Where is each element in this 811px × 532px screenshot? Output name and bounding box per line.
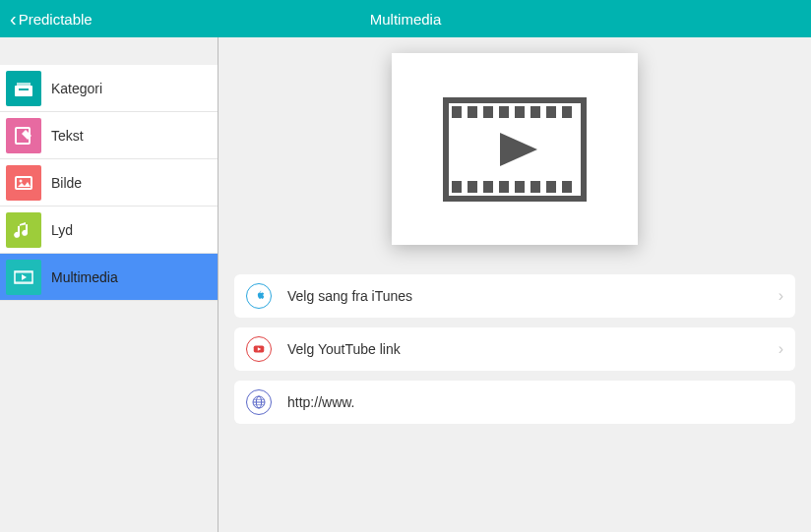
chevron-right-icon: › (779, 340, 783, 358)
svg-point-5 (20, 179, 23, 182)
sidebar-item-label: Bilde (51, 175, 82, 191)
sidebar-item-kategori[interactable]: Kategori (0, 65, 218, 112)
film-play-icon (441, 95, 589, 204)
page-title: Multimedia (370, 11, 442, 28)
svg-rect-2 (19, 89, 29, 90)
svg-rect-13 (499, 106, 509, 118)
back-label: Predictable (19, 11, 93, 28)
svg-rect-25 (562, 181, 572, 193)
main-content: Velg sang fra iTunes › Velg YoutTube lin… (218, 37, 811, 532)
svg-rect-22 (515, 181, 525, 193)
svg-rect-1 (17, 83, 31, 86)
text-icon (6, 118, 41, 153)
sound-icon (6, 212, 41, 248)
sidebar-item-tekst[interactable]: Tekst (0, 112, 218, 159)
svg-rect-19 (468, 181, 477, 193)
sidebar-item-label: Lyd (51, 222, 73, 238)
svg-rect-23 (530, 181, 540, 193)
sidebar-item-bilde[interactable]: Bilde (0, 159, 218, 207)
globe-icon (246, 389, 272, 415)
category-icon (6, 71, 41, 106)
sidebar-item-lyd[interactable]: Lyd (0, 207, 218, 254)
svg-rect-18 (452, 181, 462, 193)
option-list: Velg sang fra iTunes › Velg YoutTube lin… (234, 274, 795, 424)
content-container: Kategori Tekst Bilde Lyd Multimedia (0, 37, 811, 532)
option-itunes[interactable]: Velg sang fra iTunes › (234, 274, 795, 318)
svg-rect-21 (499, 181, 509, 193)
back-button[interactable]: ‹ Predictable (0, 9, 102, 29)
svg-rect-14 (515, 106, 525, 118)
option-label: Velg sang fra iTunes (287, 288, 779, 304)
svg-rect-7 (15, 271, 32, 273)
svg-rect-10 (452, 106, 462, 118)
sidebar-item-multimedia[interactable]: Multimedia (0, 254, 218, 301)
url-input[interactable] (287, 394, 783, 410)
itunes-icon (246, 283, 272, 309)
option-url[interactable] (234, 381, 795, 424)
sidebar-item-label: Multimedia (51, 269, 118, 285)
chevron-left-icon: ‹ (10, 9, 17, 29)
multimedia-icon (6, 260, 41, 295)
option-label: Velg YoutTube link (287, 341, 779, 357)
youtube-icon (246, 336, 272, 362)
svg-rect-15 (530, 106, 540, 118)
svg-rect-16 (546, 106, 556, 118)
svg-rect-0 (15, 86, 32, 96)
preview-card (392, 53, 638, 245)
svg-rect-12 (483, 106, 493, 118)
svg-rect-24 (546, 181, 556, 193)
chevron-right-icon: › (779, 287, 783, 305)
image-icon (6, 165, 41, 201)
sidebar: Kategori Tekst Bilde Lyd Multimedia (0, 37, 218, 532)
header: ‹ Predictable Multimedia (0, 0, 811, 37)
sidebar-item-label: Kategori (51, 81, 102, 96)
sidebar-item-label: Tekst (51, 128, 84, 144)
svg-rect-11 (468, 106, 477, 118)
option-youtube[interactable]: Velg YoutTube link › (234, 327, 795, 371)
svg-rect-8 (15, 281, 32, 283)
svg-rect-4 (16, 177, 31, 189)
svg-rect-17 (562, 106, 572, 118)
svg-rect-20 (483, 181, 493, 193)
